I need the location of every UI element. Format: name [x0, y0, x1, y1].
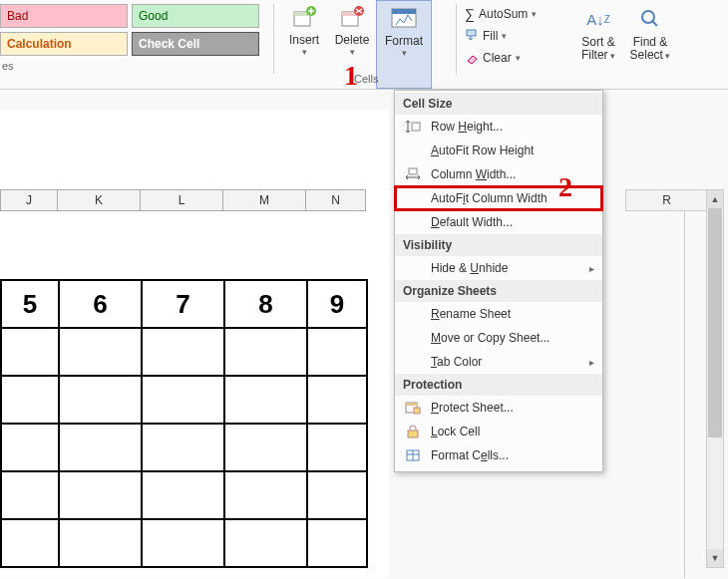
menu-row-height[interactable]: Row Height...: [395, 115, 602, 139]
annotation-1: 1: [344, 60, 358, 92]
vertical-scrollbar[interactable]: ▲ ▼: [706, 189, 724, 568]
cell[interactable]: 6: [59, 280, 142, 328]
cell[interactable]: 7: [142, 280, 224, 328]
scroll-down-button[interactable]: ▼: [707, 549, 723, 567]
column-headers: J K L M N: [0, 189, 366, 211]
menu-default-width[interactable]: Default Width...: [395, 210, 602, 234]
styles-group-label: es: [0, 60, 263, 72]
annotation-2: 2: [558, 171, 572, 203]
fill-button[interactable]: Fill ▾: [465, 26, 566, 46]
lock-icon: [405, 425, 423, 438]
menu-tab-color[interactable]: Tab Color ▸: [395, 350, 602, 374]
menu-lock-cell[interactable]: Lock Cell: [395, 420, 602, 443]
menu-section-visibility: Visibility: [395, 234, 602, 256]
editing-group: ∑ AutoSum ▾ Fill ▾ Clear ▾: [463, 0, 572, 89]
col-header-K[interactable]: K: [58, 189, 141, 211]
ribbon: Bad Good Calculation Check Cell es Inser…: [0, 0, 728, 90]
cell[interactable]: 8: [224, 280, 307, 328]
find-select-button[interactable]: Find &Select ▾: [624, 2, 676, 89]
col-header-N[interactable]: N: [306, 189, 366, 211]
chevron-down-icon: ▾: [516, 53, 521, 63]
styles-gallery: Bad Good Calculation Check Cell es: [0, 0, 267, 89]
col-header-M[interactable]: M: [223, 189, 306, 211]
scroll-thumb[interactable]: [708, 208, 722, 437]
menu-protect-sheet[interactable]: Protect Sheet...: [395, 396, 602, 420]
chevron-down-icon: ▾: [350, 47, 355, 57]
menu-label: AutoFit Row Height: [431, 144, 534, 157]
menu-autofit-row-height[interactable]: AutoFit Row Height: [395, 139, 602, 162]
menu-label: Tab Color: [431, 355, 482, 369]
insert-button[interactable]: Insert ▾: [280, 0, 328, 89]
autosum-button[interactable]: ∑ AutoSum ▾: [465, 4, 566, 24]
svg-rect-13: [406, 403, 417, 406]
format-cells-icon: [405, 448, 423, 462]
col-header-R[interactable]: R: [625, 189, 708, 211]
menu-rename-sheet[interactable]: Rename Sheet: [395, 302, 602, 326]
cell[interactable]: 9: [307, 280, 367, 328]
col-header-J[interactable]: J: [0, 189, 58, 211]
menu-label: Format Cells...: [431, 448, 509, 462]
col-header-L[interactable]: L: [141, 189, 223, 211]
svg-rect-14: [414, 408, 420, 414]
fill-label: Fill: [483, 29, 498, 43]
clear-label: Clear: [483, 51, 512, 65]
submenu-arrow-icon: ▸: [589, 357, 594, 368]
style-bad[interactable]: Bad: [0, 4, 128, 28]
menu-label: Row Height...: [431, 120, 503, 134]
menu-label: Default Width...: [431, 215, 513, 229]
delete-cells-icon: [337, 2, 367, 32]
format-icon: [389, 3, 419, 33]
chevron-down-icon: ▾: [302, 47, 307, 57]
separator: [456, 4, 457, 74]
style-calculation[interactable]: Calculation: [0, 32, 128, 56]
menu-label: Rename Sheet: [431, 307, 511, 321]
delete-label: Delete: [335, 34, 370, 47]
find-select-label: Find &Select ▾: [630, 36, 671, 63]
sort-az-icon: A↓Z: [583, 4, 613, 34]
sigma-icon: ∑: [465, 6, 475, 22]
svg-rect-10: [412, 123, 420, 131]
format-button[interactable]: Format ▾: [376, 0, 432, 89]
menu-hide-unhide[interactable]: Hide & Unhide ▸: [395, 256, 602, 280]
menu-label: AutoFit Column Width: [431, 191, 547, 205]
chevron-down-icon: ▾: [532, 9, 537, 19]
menu-section-protection: Protection: [395, 374, 602, 396]
column-width-icon: [405, 167, 423, 181]
eraser-icon: [465, 51, 479, 65]
menu-section-cell-size: Cell Size: [395, 93, 602, 115]
scroll-up-button[interactable]: ▲: [707, 190, 723, 208]
menu-format-cells[interactable]: Format Cells...: [395, 443, 602, 467]
sort-filter-label: Sort &Filter ▾: [581, 36, 615, 63]
format-label: Format: [385, 35, 423, 48]
menu-move-copy-sheet[interactable]: Move or Copy Sheet...: [395, 326, 602, 350]
menu-label: Column Width...: [431, 167, 516, 181]
svg-rect-11: [409, 168, 417, 174]
format-dropdown-menu: Cell Size Row Height... AutoFit Row Heig…: [394, 90, 603, 472]
magnifier-icon: [635, 4, 665, 34]
chevron-down-icon: ▾: [402, 48, 407, 58]
menu-label: Hide & Unhide: [431, 261, 508, 275]
insert-label: Insert: [289, 34, 319, 47]
menu-section-organize: Organize Sheets: [395, 280, 602, 302]
protect-sheet-icon: [405, 401, 423, 415]
data-grid[interactable]: 5 6 7 8 9: [0, 279, 368, 568]
menu-label: Lock Cell: [431, 425, 480, 438]
sort-filter-button[interactable]: A↓Z Sort &Filter ▾: [572, 2, 624, 89]
insert-cells-icon: [289, 2, 319, 32]
menu-label: Move or Copy Sheet...: [431, 331, 549, 345]
fill-down-icon: [465, 29, 479, 43]
style-check-cell[interactable]: Check Cell: [132, 32, 259, 56]
separator: [273, 4, 274, 74]
svg-rect-8: [467, 30, 476, 36]
svg-rect-7: [392, 9, 416, 14]
submenu-arrow-icon: ▸: [589, 263, 594, 274]
menu-label: Protect Sheet...: [431, 401, 514, 415]
clear-button[interactable]: Clear ▾: [465, 48, 566, 68]
sheet-columns-right[interactable]: [603, 211, 685, 578]
autosum-label: AutoSum: [479, 7, 528, 21]
style-good[interactable]: Good: [132, 4, 259, 28]
svg-rect-15: [408, 431, 418, 437]
chevron-down-icon: ▾: [502, 31, 507, 41]
cell[interactable]: 5: [1, 280, 59, 328]
row-height-icon: [405, 120, 423, 134]
